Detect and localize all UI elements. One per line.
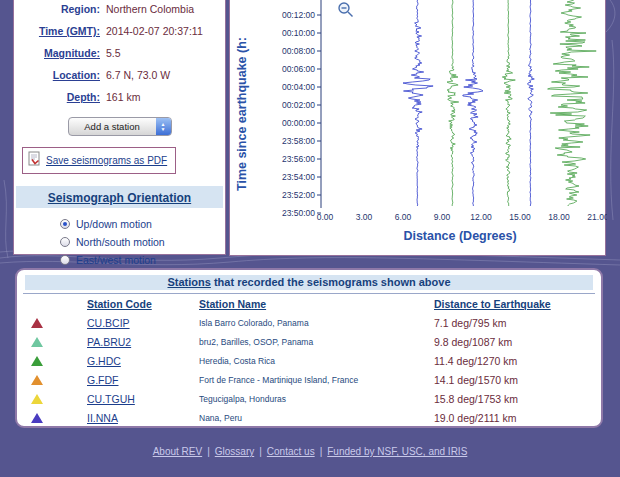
station-marker-triangle-icon [31, 337, 43, 347]
depth-row: Depth: 161 km [14, 86, 225, 108]
svg-text:9.00: 9.00 [434, 212, 451, 222]
svg-text:0.00: 0.00 [317, 212, 334, 222]
region-label: Region: [14, 3, 100, 15]
svg-text:00:12:00: 00:12:00 [282, 10, 315, 20]
station-distance: 14.1 deg/1570 km [434, 374, 601, 386]
orientation-heading-band: Seismograph Orientation [16, 186, 223, 208]
svg-text:00:02:00: 00:02:00 [282, 100, 315, 110]
station-marker-triangle-icon [31, 356, 43, 366]
station-code-link[interactable]: CU.TGUH [53, 393, 199, 405]
time-gmt-label[interactable]: Time (GMT): [14, 25, 100, 37]
svg-text:00:00:00: 00:00:00 [282, 118, 315, 128]
stations-table: Station Code Station Name Distance to Ea… [17, 295, 601, 427]
footer-separator: | [259, 446, 262, 457]
header-station-code: Station Code [53, 298, 199, 310]
footer-link-glossary[interactable]: Glossary [215, 446, 254, 457]
region-row: Region: Northern Colombia [14, 0, 225, 20]
seismogram-panel: 00:12:0000:10:0000:08:0000:06:0000:04:00… [229, 0, 606, 256]
stations-glossary-link[interactable]: Stations [167, 276, 210, 288]
depth-value: 161 km [106, 91, 140, 103]
radio-east-west-label: East/west motion [76, 254, 156, 266]
svg-text:00:04:00: 00:04:00 [282, 82, 315, 92]
station-distance: 15.8 deg/1753 km [434, 393, 601, 405]
region-value: Northern Colombia [106, 3, 194, 15]
footer-separator: | [207, 446, 210, 457]
orientation-radio-group: Up/down motion North/south motion East/w… [60, 215, 225, 269]
svg-text:23:52:00: 23:52:00 [282, 190, 315, 200]
magnitude-label[interactable]: Magnitude: [14, 47, 100, 59]
svg-text:3.00: 3.00 [356, 212, 373, 222]
table-row: CU.TGUH Tegucigalpa, Honduras 15.8 deg/1… [17, 389, 601, 408]
title-divider [23, 293, 595, 294]
svg-text:23:56:00: 23:56:00 [282, 154, 315, 164]
station-code-link[interactable]: G.FDF [53, 374, 199, 386]
svg-text:23:50:00: 23:50:00 [282, 208, 315, 218]
station-code-link[interactable]: II.NNA [53, 412, 199, 424]
radio-button-icon[interactable] [60, 219, 70, 229]
save-pdf-button[interactable]: Save seismograms as PDF [22, 147, 176, 174]
station-marker-triangle-icon [31, 394, 43, 404]
table-row: G.FDF Fort de France - Martinique Island… [17, 370, 601, 389]
svg-text:23:58:00: 23:58:00 [282, 136, 315, 146]
location-row: Location: 6.7 N, 73.0 W [14, 64, 225, 86]
table-row: PA.BRU2 bru2, Barilles, OSOP, Panama 9.8… [17, 332, 601, 351]
station-marker-triangle-icon [31, 318, 43, 328]
magnitude-row: Magnitude: 5.5 [14, 42, 225, 64]
footer-separator: | [320, 446, 323, 457]
location-label[interactable]: Location: [14, 69, 100, 81]
station-code-link[interactable]: G.HDC [53, 355, 199, 367]
svg-text:6.00: 6.00 [395, 212, 412, 222]
radio-north-south-label: North/south motion [76, 236, 165, 248]
zoom-out-icon[interactable] [339, 3, 353, 17]
radio-button-icon[interactable] [60, 237, 70, 247]
svg-text:00:06:00: 00:06:00 [282, 64, 315, 74]
event-info-panel: Region: Northern Colombia Time (GMT): 20… [13, 0, 226, 255]
location-value: 6.7 N, 73.0 W [106, 69, 170, 81]
radio-up-down-motion[interactable]: Up/down motion [60, 215, 225, 233]
radio-up-down-label: Up/down motion [76, 218, 152, 230]
seismogram-record-section-plot[interactable]: 00:12:0000:10:0000:08:0000:06:0000:04:00… [230, 0, 607, 257]
station-name: Tegucigalpa, Honduras [199, 394, 434, 404]
station-name: Heredia, Costa Rica [199, 356, 434, 366]
station-distance: 19.0 deg/2111 km [434, 412, 601, 424]
footer-link-funded-by[interactable]: Funded by NSF, USC, and IRIS [327, 446, 467, 457]
stations-title-text: that recorded the seismograms shown abov… [211, 276, 451, 288]
svg-text:21.00: 21.00 [587, 212, 607, 222]
add-station-select-value: Add a station [69, 121, 156, 132]
orientation-heading[interactable]: Seismograph Orientation [48, 191, 191, 205]
radio-button-icon[interactable] [60, 255, 70, 265]
stations-panel-title: Stations that recorded the seismograms s… [25, 275, 593, 290]
station-marker-triangle-icon [31, 413, 43, 423]
select-stepper-arrows-icon: ▲▼ [156, 118, 171, 135]
footer-link-about-rev[interactable]: About REV [153, 446, 202, 457]
radio-north-south-motion[interactable]: North/south motion [60, 233, 225, 251]
stations-table-header: Station Code Station Name Distance to Ea… [17, 295, 601, 313]
station-marker-triangle-icon [31, 375, 43, 385]
station-distance: 11.4 deg/1270 km [434, 355, 601, 367]
save-pdf-label: Save seismograms as PDF [46, 155, 167, 166]
station-code-link[interactable]: PA.BRU2 [53, 336, 199, 348]
station-code-link[interactable]: CU.BCIP [53, 317, 199, 329]
svg-text:23:54:00: 23:54:00 [282, 172, 315, 182]
stations-panel: Stations that recorded the seismograms s… [15, 268, 603, 428]
station-name: Isla Barro Colorado, Panama [199, 318, 434, 328]
rev-earthquake-viewer: Region: Northern Colombia Time (GMT): 20… [0, 0, 620, 477]
svg-text:12.00: 12.00 [470, 212, 492, 222]
table-row: CU.BCIP Isla Barro Colorado, Panama 7.1 … [17, 313, 601, 332]
svg-text:00:10:00: 00:10:00 [282, 28, 315, 38]
station-distance: 7.1 deg/795 km [434, 317, 601, 329]
time-row: Time (GMT): 2014-02-07 20:37:11 [14, 20, 225, 42]
footer: About REV|Glossary|Contact us|Funded by … [0, 432, 620, 457]
station-name: Nana, Peru [199, 413, 434, 423]
depth-label[interactable]: Depth: [14, 91, 100, 103]
header-station-name: Station Name [199, 298, 434, 310]
table-row: G.HDC Heredia, Costa Rica 11.4 deg/1270 … [17, 351, 601, 370]
table-row: II.NNA Nana, Peru 19.0 deg/2111 km [17, 408, 601, 427]
header-distance: Distance to Earthquake [434, 298, 601, 310]
time-value: 2014-02-07 20:37:11 [106, 25, 203, 37]
pdf-icon [28, 151, 41, 170]
svg-text:00:08:00: 00:08:00 [282, 46, 315, 56]
add-station-select[interactable]: Add a station ▲▼ [68, 117, 172, 136]
footer-link-contact-us[interactable]: Contact us [267, 446, 315, 457]
radio-east-west-motion[interactable]: East/west motion [60, 251, 225, 269]
